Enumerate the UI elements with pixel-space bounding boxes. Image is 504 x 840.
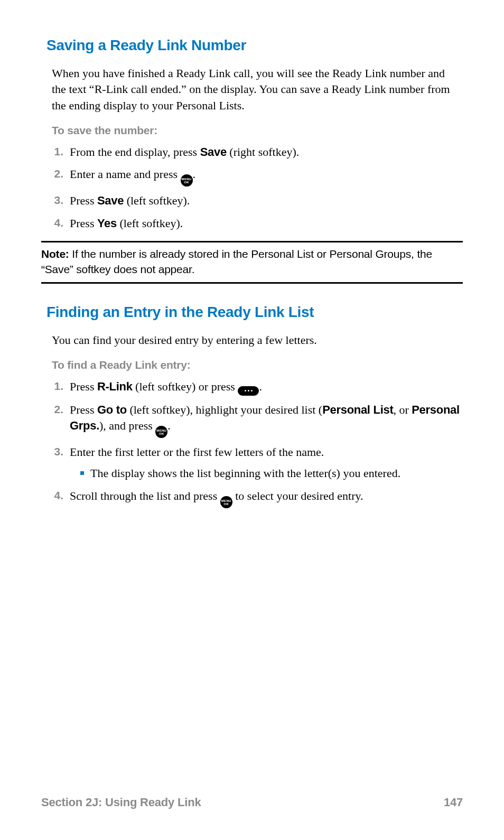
- page-footer: Section 2J: Using Ready Link 147: [41, 796, 463, 809]
- text-fragment: Press: [70, 380, 97, 393]
- step-number: 3.: [52, 193, 70, 208]
- menu-ok-icon: MENUOK: [155, 426, 167, 438]
- text-fragment: .: [167, 419, 171, 432]
- step-text: Enter a name and press MENUOK.: [70, 166, 463, 186]
- bold-label: Save: [200, 145, 227, 158]
- text-fragment: From the end display, press: [70, 145, 200, 158]
- bullet-text: The display shows the list beginning wit…: [90, 465, 400, 481]
- menu-ok-icon: MENUOK: [220, 496, 232, 508]
- step-text: Press Save (left softkey).: [70, 193, 463, 209]
- dot-icon: [248, 390, 249, 391]
- dot-icon: [251, 390, 253, 391]
- step-item: 4. Scroll through the list and press MEN…: [52, 488, 463, 508]
- step-item: 2. Enter a name and press MENUOK.: [52, 166, 463, 186]
- heading-saving: Saving a Ready Link Number: [46, 37, 463, 54]
- text-fragment: (left softkey) or press: [133, 380, 238, 393]
- text-fragment: Enter the first letter or the first few …: [70, 445, 324, 459]
- bold-label: Go to: [97, 403, 127, 416]
- step-text: Press Go to (left softkey), highlight yo…: [70, 402, 463, 438]
- step-text: Enter the first letter or the first few …: [70, 444, 463, 482]
- step-number: 3.: [52, 444, 70, 460]
- text-fragment: Press: [70, 194, 97, 207]
- text-fragment: (left softkey).: [124, 194, 190, 207]
- steps-find: 1. Press R-Link (left softkey) or press …: [52, 379, 463, 508]
- pill-button-icon: [238, 386, 259, 396]
- step-item: 3. Press Save (left softkey).: [52, 193, 463, 209]
- footer-section-label: Section 2J: Using Ready Link: [41, 796, 201, 809]
- step-number: 1.: [52, 144, 70, 160]
- bold-label: R-Link: [97, 380, 133, 393]
- text-fragment: Press: [70, 403, 97, 416]
- step-item: 2. Press Go to (left softkey), highlight…: [52, 402, 463, 438]
- steps-save: 1. From the end display, press Save (rig…: [52, 144, 463, 231]
- text-fragment: , or: [393, 403, 412, 416]
- step-text: Press Yes (left softkey).: [70, 216, 463, 231]
- document-page: Saving a Ready Link Number When you have…: [0, 0, 504, 508]
- intro-saving: When you have finished a Ready Link call…: [52, 66, 460, 114]
- square-bullet-icon: [80, 471, 84, 475]
- note-block: Note: If the number is already stored in…: [41, 241, 463, 284]
- step-text: Press R-Link (left softkey) or press .: [70, 379, 463, 396]
- heading-finding: Finding an Entry in the Ready Link List: [46, 304, 463, 321]
- text-fragment: Press: [70, 217, 97, 230]
- step-item: 1. From the end display, press Save (rig…: [52, 144, 463, 160]
- icon-text: OK: [184, 181, 189, 184]
- text-fragment: to select your desired entry.: [232, 489, 363, 502]
- subhead-find-entry: To find a Ready Link entry:: [52, 359, 463, 371]
- note-label: Note:: [41, 248, 69, 260]
- step-item: 1. Press R-Link (left softkey) or press …: [52, 379, 463, 396]
- text-fragment: .: [193, 167, 196, 181]
- step-number: 2.: [52, 166, 70, 182]
- sub-bullet-list: The display shows the list beginning wit…: [80, 465, 463, 481]
- icon-text: OK: [159, 432, 164, 435]
- bold-label: Save: [97, 194, 124, 207]
- text-fragment: ), and press: [99, 419, 155, 432]
- note-text: If the number is already stored in the P…: [41, 248, 432, 275]
- menu-ok-icon: MENUOK: [181, 174, 193, 186]
- bold-label: Personal List: [322, 403, 393, 416]
- text-fragment: (left softkey).: [117, 217, 183, 230]
- step-text: From the end display, press Save (right …: [70, 144, 463, 160]
- text-fragment: (right softkey).: [227, 145, 299, 158]
- step-text: Scroll through the list and press MENUOK…: [70, 488, 463, 508]
- step-number: 2.: [52, 402, 70, 417]
- footer-page-number: 147: [444, 796, 463, 809]
- step-number: 1.: [52, 379, 70, 394]
- step-number: 4.: [52, 488, 70, 503]
- text-fragment: .: [259, 380, 262, 393]
- bullet-item: The display shows the list beginning wit…: [80, 465, 463, 481]
- step-number: 4.: [52, 216, 70, 231]
- step-item: 4. Press Yes (left softkey).: [52, 216, 463, 231]
- intro-finding: You can find your desired entry by enter…: [52, 332, 460, 348]
- icon-text: OK: [223, 502, 229, 506]
- text-fragment: (left softkey), highlight your desired l…: [127, 403, 322, 416]
- bold-label: Yes: [97, 217, 117, 230]
- text-fragment: Scroll through the list and press: [70, 489, 220, 502]
- subhead-save-number: To save the number:: [52, 124, 463, 137]
- dot-icon: [245, 390, 246, 391]
- text-fragment: Enter a name and press: [70, 167, 181, 181]
- step-item: 3. Enter the first letter or the first f…: [52, 444, 463, 482]
